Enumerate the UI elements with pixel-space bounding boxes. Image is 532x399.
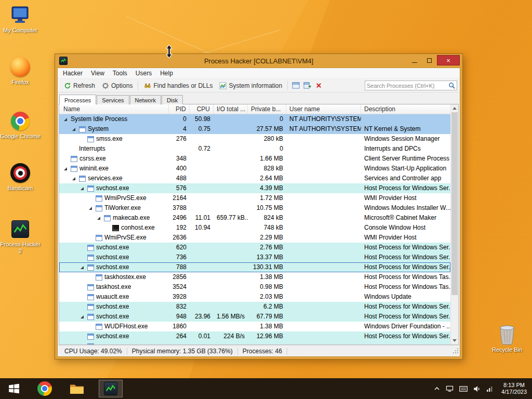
firefox-icon: [10, 57, 30, 77]
process-row[interactable]: svchost.exe5764.39 MBHost Process for Wi…: [59, 183, 450, 193]
minimize-button[interactable]: [407, 55, 422, 65]
cell-desc: Host Process for Windows Ser...: [361, 252, 450, 262]
process-row[interactable]: csrss.exe3481.66 MBClient Server Runtime…: [59, 154, 450, 164]
column-header-io[interactable]: I/O total ...: [214, 104, 248, 114]
resize-grip[interactable]: [453, 348, 459, 356]
expand-arrow-icon[interactable]: [80, 187, 87, 191]
expand-arrow-icon[interactable]: [63, 117, 71, 122]
start-button[interactable]: [0, 378, 28, 399]
process-name: svchost.exe: [96, 183, 129, 193]
search-input[interactable]: [367, 83, 448, 89]
desktop-icon-firefox[interactable]: Firefox: [0, 56, 41, 86]
options-label: Options: [111, 82, 132, 89]
process-row[interactable]: svchost.exe788130.31 MBHost Process for …: [59, 262, 450, 272]
expand-arrow-icon[interactable]: [72, 177, 79, 181]
expand-arrow-icon[interactable]: [80, 315, 87, 319]
process-row[interactable]: svchost.exe94823.961.56 MB/s67.79 MBHost…: [59, 312, 450, 322]
process-row[interactable]: svchost.exe8326.2 MBHost Process for Win…: [59, 302, 450, 312]
process-row[interactable]: Interrupts0.720Interrupts and DPCs: [59, 144, 450, 154]
process-row[interactable]: wuauclt.exe39282.03 MBWindows Update: [59, 292, 450, 302]
process-row[interactable]: [59, 341, 450, 344]
expand-arrow-icon[interactable]: [97, 216, 104, 220]
expand-arrow-icon[interactable]: [63, 167, 71, 171]
process-row[interactable]: taskhost.exe35240.98 MBHost Process for …: [59, 282, 450, 292]
expand-arrow-icon[interactable]: [72, 127, 79, 131]
system-information-button[interactable]: System information: [216, 81, 285, 90]
menu-users[interactable]: Users: [131, 69, 156, 78]
process-row[interactable]: svchost.exe2640.01224 B/s12.96 MBHost Pr…: [59, 331, 450, 341]
tab-processes[interactable]: Processes: [59, 95, 96, 104]
close-x-icon-button[interactable]: [313, 81, 324, 91]
process-row[interactable]: svchost.exe6202.76 MBHost Process for Wi…: [59, 243, 450, 252]
cell-priv: 130.31 MB: [248, 262, 286, 272]
taskbar-process-hacker-button[interactable]: [99, 380, 123, 397]
menu-view[interactable]: View: [87, 69, 109, 78]
column-header-cpu[interactable]: CPU: [190, 104, 214, 114]
new-window-pane-icon-button[interactable]: [301, 81, 313, 91]
tab-disk[interactable]: Disk: [162, 95, 183, 104]
process-row[interactable]: smss.exe276280 kBWindows Session Manager: [59, 134, 450, 144]
process-row[interactable]: wininit.exe400828 kBWindows Start-Up App…: [59, 164, 450, 174]
desktop-icon-process-hacker-2[interactable]: Process Hacker 2: [0, 218, 41, 255]
taskbar: 8:13 PM 4/17/2023: [0, 378, 532, 399]
column-header-pid[interactable]: PID: [169, 104, 190, 114]
scrollbar-track[interactable]: [451, 112, 458, 337]
column-header-description[interactable]: Description: [361, 104, 450, 114]
process-row[interactable]: makecab.exe249611.01659.77 kB...824 kBMi…: [59, 213, 450, 223]
cell-desc: Console Window Host: [361, 223, 450, 233]
cell-io: 659.77 kB...: [214, 213, 248, 223]
refresh-button[interactable]: Refresh: [60, 81, 98, 90]
find-handles-button[interactable]: Find handles or DLLs: [140, 81, 216, 90]
desktop-icon-recycle-bin[interactable]: Recycle Bin: [487, 324, 527, 353]
column-header-name[interactable]: Name: [59, 104, 169, 114]
tab-services[interactable]: Services: [97, 95, 129, 104]
show-hidden-icons-chevron[interactable]: [434, 386, 440, 391]
process-name: svchost.exe: [96, 312, 129, 322]
process-row[interactable]: taskhostex.exe28561.38 MBHost Process fo…: [59, 272, 450, 282]
process-name: svchost.exe: [96, 262, 129, 272]
process-row[interactable]: System Idle Process050.980NT AUTHORITY\S…: [59, 114, 450, 124]
physical-memory-status: Physical memory: 1.35 GB (33.76%): [127, 348, 238, 355]
volume-icon[interactable]: [473, 385, 481, 392]
process-row[interactable]: services.exe4882.64 MBServices and Contr…: [59, 174, 450, 183]
tray-keyboard-icon[interactable]: [459, 386, 468, 392]
process-name: services.exe: [88, 174, 123, 183]
vertical-scrollbar[interactable]: [450, 104, 458, 344]
process-row[interactable]: TiWorker.exe378810.75 MBWindows Modules …: [59, 203, 450, 213]
process-icon: [87, 334, 94, 340]
menu-tools[interactable]: Tools: [109, 69, 131, 78]
options-button[interactable]: Options: [98, 81, 136, 90]
taskbar-chrome-button[interactable]: [34, 378, 55, 399]
cpu-usage-status: CPU Usage: 49.02%: [60, 348, 127, 355]
desktop-icon-label: Recycle Bin: [487, 347, 527, 353]
scrollbar-thumb[interactable]: [451, 112, 458, 295]
window-pane-icon: [292, 82, 300, 89]
maximize-button[interactable]: [422, 55, 437, 65]
window-pane-icon-button[interactable]: [290, 81, 301, 91]
tab-network[interactable]: Network: [130, 95, 161, 104]
column-header-private[interactable]: Private b...: [248, 104, 286, 114]
desktop-icon-bandicam[interactable]: Bandicam: [0, 162, 41, 192]
menu-help[interactable]: Help: [156, 69, 177, 78]
taskbar-file-explorer-button[interactable]: [66, 378, 87, 399]
taskbar-clock[interactable]: 8:13 PM 4/17/2023: [499, 382, 527, 395]
close-button[interactable]: ×: [437, 55, 460, 65]
scroll-down-button[interactable]: [451, 337, 458, 344]
column-header-user[interactable]: User name: [286, 104, 361, 114]
process-row[interactable]: WmiPrvSE.exe26362.29 MBWMI Provider Host: [59, 233, 450, 243]
process-row[interactable]: System40.7527.57 MBNT AUTHORITY\SYSTEMNT…: [59, 124, 450, 134]
window-titlebar[interactable]: Process Hacker [COLLABNET\VM4] ×: [55, 54, 462, 68]
network-icon[interactable]: [486, 385, 494, 392]
scroll-up-button[interactable]: [451, 104, 458, 112]
desktop-icon-google-chrome[interactable]: Google Chrome: [0, 110, 41, 140]
process-row[interactable]: WmiPrvSE.exe21641.72 MBWMI Provider Host: [59, 193, 450, 203]
cell-io: [214, 203, 248, 213]
desktop-icon-my-computer[interactable]: My Computer: [0, 4, 41, 34]
menu-hacker[interactable]: Hacker: [59, 69, 87, 78]
process-row[interactable]: conhost.exe19210.94748 kBConsole Window …: [59, 223, 450, 233]
expand-arrow-icon[interactable]: [80, 265, 87, 270]
process-row[interactable]: WUDFHost.exe18601.38 MBWindows Driver Fo…: [59, 322, 450, 331]
process-row[interactable]: svchost.exe73613.37 MBHost Process for W…: [59, 252, 450, 262]
expand-arrow-icon[interactable]: [88, 206, 96, 210]
tray-pc-icon[interactable]: [446, 385, 454, 392]
